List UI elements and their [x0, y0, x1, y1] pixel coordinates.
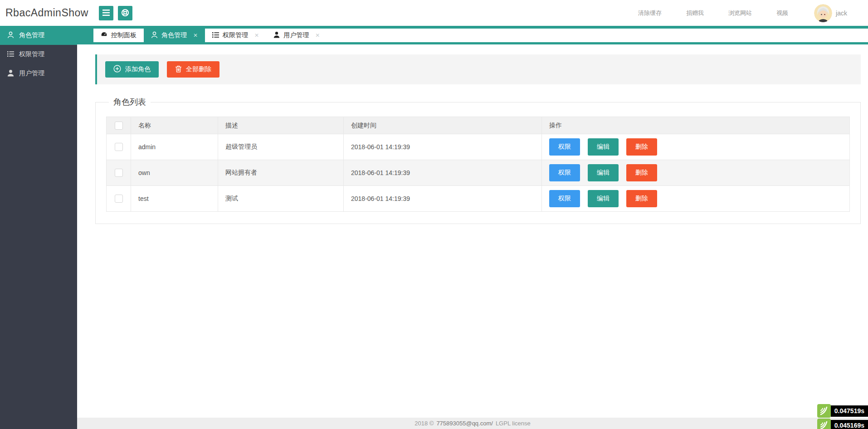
- user-outline-icon: [151, 31, 158, 40]
- life-ring-icon: [121, 9, 129, 18]
- nav-visit-site[interactable]: 浏览网站: [728, 9, 752, 17]
- table-header-row: 名称 描述 创建时间 操作: [107, 117, 850, 134]
- header-desc: 描述: [218, 117, 344, 134]
- table-row: own 网站拥有者 2018-06-01 14:19:39 权限 编辑 删除: [107, 160, 850, 186]
- header-nav: 清除缓存 捐赠我 浏览网站 视频 jack: [626, 0, 847, 26]
- header-created: 创建时间: [344, 117, 542, 134]
- toolbar: 添加角色 全部删除: [95, 54, 861, 84]
- cell-desc: 网站拥有者: [218, 160, 344, 186]
- nav-video[interactable]: 视频: [776, 9, 788, 17]
- add-role-label: 添加角色: [125, 65, 151, 73]
- trace-badge: 0.047519s: [817, 404, 868, 418]
- header-name: 名称: [131, 117, 218, 134]
- permission-button[interactable]: 权限: [549, 138, 580, 156]
- sidebar: 角色管理 权限管理 用户管理: [0, 26, 77, 429]
- user-solid-icon: [273, 31, 280, 39]
- edit-button[interactable]: 编辑: [588, 138, 619, 156]
- user-outline-icon: [7, 31, 14, 40]
- thinkphp-trace-icon[interactable]: [817, 419, 831, 429]
- cell-created: 2018-06-01 14:19:39: [344, 134, 542, 160]
- select-all-checkbox[interactable]: [115, 122, 123, 130]
- nav-clear-cache[interactable]: 清除缓存: [638, 9, 662, 17]
- edit-button[interactable]: 编辑: [588, 164, 619, 181]
- tab-label: 角色管理: [161, 31, 187, 39]
- delete-button[interactable]: 删除: [626, 164, 657, 181]
- tab-bar: 控制面板 角色管理 ✕ 权限管理 ✕ 用户管理 ✕: [77, 26, 868, 44]
- footer: 2018 © 775893055@qq.com/ LGPL license: [77, 418, 868, 429]
- delete-button[interactable]: 删除: [626, 138, 657, 156]
- row-checkbox[interactable]: [115, 143, 123, 151]
- close-icon[interactable]: ✕: [254, 32, 259, 39]
- dashboard-icon: [101, 31, 107, 39]
- panel-legend: 角色列表: [109, 97, 151, 107]
- tab-label: 用户管理: [283, 31, 309, 39]
- row-checkbox[interactable]: [115, 195, 123, 203]
- delete-button[interactable]: 删除: [626, 190, 657, 207]
- header-ops: 操作: [542, 117, 850, 134]
- tab-bar-spacer: [77, 29, 93, 42]
- tab-label: 控制面板: [111, 31, 137, 39]
- sidebar-item-permissions[interactable]: 权限管理: [0, 45, 77, 64]
- permission-button[interactable]: 权限: [549, 164, 580, 181]
- delete-all-button[interactable]: 全部删除: [167, 61, 219, 78]
- sidebar-item-label: 权限管理: [19, 50, 44, 58]
- cell-name: own: [131, 160, 218, 186]
- close-icon[interactable]: ✕: [193, 32, 198, 39]
- trace-time: 0.047519s: [831, 405, 868, 417]
- table-row: test 测试 2018-06-01 14:19:39 权限 编辑 删除: [107, 186, 850, 212]
- sidebar-item-roles[interactable]: 角色管理: [0, 26, 77, 45]
- close-icon[interactable]: ✕: [315, 32, 320, 39]
- row-checkbox[interactable]: [115, 169, 123, 177]
- trace-time: 0.045169s: [831, 420, 868, 429]
- footer-license: LGPL license: [496, 420, 531, 427]
- list-icon: [212, 32, 219, 39]
- thinkphp-trace-icon[interactable]: [817, 404, 831, 418]
- sidebar-item-users[interactable]: 用户管理: [0, 64, 77, 83]
- tab-label: 权限管理: [223, 31, 248, 39]
- cell-created: 2018-06-01 14:19:39: [344, 160, 542, 186]
- edit-button[interactable]: 编辑: [588, 190, 619, 207]
- cell-desc: 测试: [218, 186, 344, 212]
- app-logo: RbacAdminShow: [5, 0, 88, 26]
- user-solid-icon: [7, 69, 14, 78]
- cell-desc: 超级管理员: [218, 134, 344, 160]
- footer-year: 2018 ©: [414, 420, 434, 427]
- header-buttons: [99, 6, 132, 20]
- cell-name: test: [131, 186, 218, 212]
- sidebar-toggle-button[interactable]: [99, 6, 113, 20]
- sidebar-item-label: 角色管理: [19, 31, 44, 39]
- main-content: 添加角色 全部删除 角色列表 名称 描述: [77, 44, 868, 418]
- permission-button[interactable]: 权限: [549, 190, 580, 207]
- nav-donate[interactable]: 捐赠我: [686, 9, 704, 17]
- list-icon: [7, 51, 14, 58]
- hamburger-icon: [102, 10, 110, 17]
- add-role-button[interactable]: 添加角色: [105, 61, 159, 78]
- trace-badge: 0.045169s: [817, 419, 868, 429]
- tab-roles[interactable]: 角色管理 ✕: [144, 29, 205, 42]
- top-header: RbacAdminShow 清除缓存 捐赠我 浏览网站 视频: [0, 0, 868, 26]
- tab-permissions[interactable]: 权限管理 ✕: [205, 29, 266, 42]
- tab-users[interactable]: 用户管理 ✕: [266, 29, 327, 42]
- footer-email-link[interactable]: 775893055@qq.com/: [436, 420, 493, 427]
- sidebar-item-label: 用户管理: [19, 69, 44, 78]
- cell-name: admin: [131, 134, 218, 160]
- cell-created: 2018-06-01 14:19:39: [344, 186, 542, 212]
- user-menu[interactable]: jack: [814, 4, 847, 22]
- tab-dashboard[interactable]: 控制面板: [93, 29, 144, 42]
- avatar[interactable]: [814, 4, 832, 22]
- plus-circle-icon: [113, 65, 121, 74]
- delete-all-label: 全部删除: [186, 65, 211, 73]
- user-name: jack: [836, 10, 847, 17]
- roles-table: 名称 描述 创建时间 操作 admin 超级管理员 2018-06-01 14:…: [106, 117, 850, 212]
- trash-icon: [175, 65, 182, 74]
- table-row: admin 超级管理员 2018-06-01 14:19:39 权限 编辑 删除: [107, 134, 850, 160]
- help-button[interactable]: [118, 6, 132, 20]
- role-list-panel: 角色列表 名称 描述 创建时间 操作 admin 超级管理员: [95, 97, 861, 224]
